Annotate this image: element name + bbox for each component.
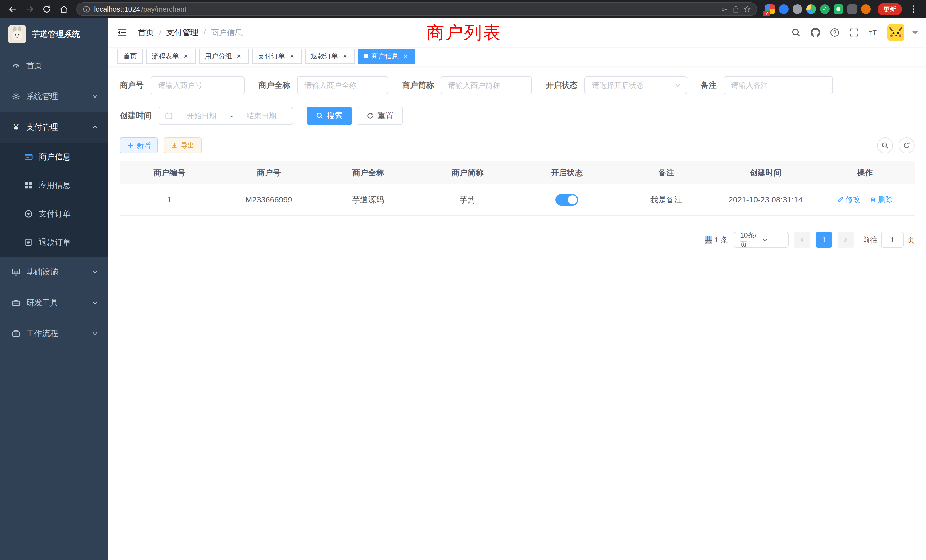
sidebar-item-infrastructure[interactable]: 基础设施 [0, 257, 108, 288]
chevron-down-icon [92, 300, 98, 306]
chevron-down-icon [92, 93, 98, 100]
tab-home[interactable]: 首页 [118, 49, 142, 64]
url-path: /pay/merchant [141, 5, 186, 14]
export-button[interactable]: 导出 [163, 138, 202, 153]
remark-input[interactable] [723, 76, 833, 94]
extension-icon-colorful[interactable] [806, 4, 816, 14]
search-icon[interactable] [790, 27, 802, 38]
close-icon[interactable]: × [182, 52, 190, 60]
sidebar-item-pay-order[interactable]: 支付订单 [0, 200, 108, 228]
close-icon[interactable]: × [401, 52, 409, 60]
tab-user-group[interactable]: 用户分组 × [199, 49, 249, 64]
prev-page-button[interactable] [794, 232, 810, 248]
extension-icon-pinwheel[interactable]: 10 [765, 4, 775, 14]
share-icon[interactable] [732, 5, 740, 13]
browser-menu-icon[interactable] [905, 1, 921, 17]
show-search-toggle-icon[interactable] [877, 138, 893, 153]
sidebar-item-payment[interactable]: ¥ 支付管理 [0, 112, 108, 142]
sidebar-toggle-icon[interactable] [117, 26, 129, 39]
sidebar-item-app-info[interactable]: 应用信息 [0, 171, 108, 200]
pagination-total-suffix: 条 [721, 236, 728, 244]
extension-icon-blue-drop[interactable] [779, 4, 788, 14]
merchant-no-input[interactable] [151, 76, 245, 94]
caret-down-icon[interactable] [912, 31, 918, 37]
chevron-down-icon [675, 82, 681, 88]
tab-label: 流程表单 [152, 51, 179, 61]
browser-update-button[interactable]: 更新 [878, 3, 902, 15]
status-select[interactable]: 请选择开启状态 [584, 76, 687, 94]
delete-button[interactable]: 删除 [870, 195, 893, 205]
github-icon[interactable] [809, 27, 821, 38]
tab-merchant-info[interactable]: 商户信息 × [358, 49, 415, 64]
home-icon[interactable] [56, 1, 72, 17]
sidebar-item-label: 系统管理 [26, 91, 58, 102]
extension-icon-green-book[interactable] [834, 4, 843, 14]
sidebar-logo-row[interactable]: 芋道管理系统 [0, 18, 108, 50]
breadcrumb-home[interactable]: 首页 [138, 27, 154, 38]
next-page-button[interactable] [838, 232, 853, 248]
breadcrumb-payment[interactable]: 支付管理 [166, 27, 198, 38]
sidebar-item-dev-tools[interactable]: 研发工具 [0, 288, 108, 318]
date-start-placeholder[interactable]: 开始日期 [176, 111, 227, 121]
column-header: 操作 [816, 161, 915, 184]
sidebar-item-merchant-info[interactable]: 商户信息 [0, 142, 108, 171]
sidebar-item-system[interactable]: 系统管理 [0, 81, 108, 112]
close-icon[interactable]: × [341, 52, 349, 60]
sidebar-item-label: 退款订单 [39, 237, 71, 248]
address-bar[interactable]: localhost:1024 /pay/merchant [76, 2, 757, 16]
reload-icon[interactable] [39, 1, 55, 17]
goto-unit: 页 [907, 235, 915, 245]
sidebar-item-workflow[interactable]: 工作流程 [0, 318, 108, 349]
tab-process-form[interactable]: 流程表单 × [146, 49, 195, 64]
bookmark-star-icon[interactable] [743, 5, 751, 13]
export-button-label: 导出 [181, 141, 194, 150]
app-window: 芋道管理系统 首页 系统管理 [0, 18, 926, 560]
extension-icon-gray-ball[interactable] [793, 4, 802, 14]
extension-icon-orange-avatar[interactable] [861, 4, 871, 14]
yen-icon: ¥ [11, 123, 21, 132]
short-name-input[interactable] [441, 76, 532, 94]
fullscreen-icon[interactable] [849, 27, 860, 38]
user-avatar[interactable] [887, 24, 904, 41]
date-separator: - [230, 112, 233, 120]
chevron-down-icon [762, 237, 784, 243]
close-icon[interactable]: × [235, 52, 243, 60]
cell-merchant-id: 1 [120, 184, 219, 216]
status-toggle[interactable] [555, 194, 578, 206]
goto-page-input[interactable] [881, 232, 904, 248]
filter-status: 开启状态 请选择开启状态 [546, 76, 687, 94]
search-button[interactable]: 搜索 [307, 107, 352, 125]
breadcrumb-separator: / [159, 28, 161, 37]
filter-merchant-no: 商户号 [120, 76, 245, 94]
merchant-card-icon [24, 152, 33, 161]
reset-button[interactable]: 重置 [357, 107, 402, 125]
close-icon[interactable]: × [288, 52, 296, 60]
merchant-table: 商户编号 商户号 商户全称 商户简称 开启状态 备注 创建时间 操作 1 [120, 161, 915, 216]
full-name-input[interactable] [297, 76, 388, 94]
tab-pay-order[interactable]: 支付订单 × [252, 49, 302, 64]
calendar-icon [165, 112, 173, 120]
back-icon[interactable] [5, 1, 21, 17]
edit-button[interactable]: 修改 [837, 195, 861, 205]
tab-refund-order[interactable]: 退款订单 × [305, 49, 355, 64]
page-number-button[interactable]: 1 [816, 232, 832, 248]
sidebar-item-refund-order[interactable]: 退款订单 [0, 228, 108, 257]
font-size-icon[interactable]: TT [868, 27, 879, 38]
help-icon[interactable] [829, 27, 840, 38]
refresh-icon[interactable] [899, 138, 915, 153]
date-end-placeholder[interactable]: 结束日期 [236, 111, 287, 121]
extension-icon-puzzle[interactable] [847, 4, 857, 14]
app-title: 芋道管理系统 [32, 29, 80, 39]
breadcrumb-current: 商户信息 [211, 27, 243, 38]
forward-icon[interactable] [22, 1, 38, 17]
site-info-icon[interactable] [83, 5, 90, 13]
date-range-picker[interactable]: 开始日期 - 结束日期 [159, 107, 293, 125]
payment-submenu: 商户信息 应用信息 支付订单 [0, 142, 108, 257]
page-size-select[interactable]: 10条/页 [734, 232, 788, 248]
add-button[interactable]: 新增 [120, 138, 158, 153]
extension-icon-green-check[interactable] [820, 4, 830, 14]
chevron-down-icon [92, 330, 98, 337]
sidebar-item-home[interactable]: 首页 [0, 50, 108, 81]
password-key-icon[interactable] [721, 5, 728, 13]
sidebar-item-label: 支付管理 [26, 122, 58, 133]
